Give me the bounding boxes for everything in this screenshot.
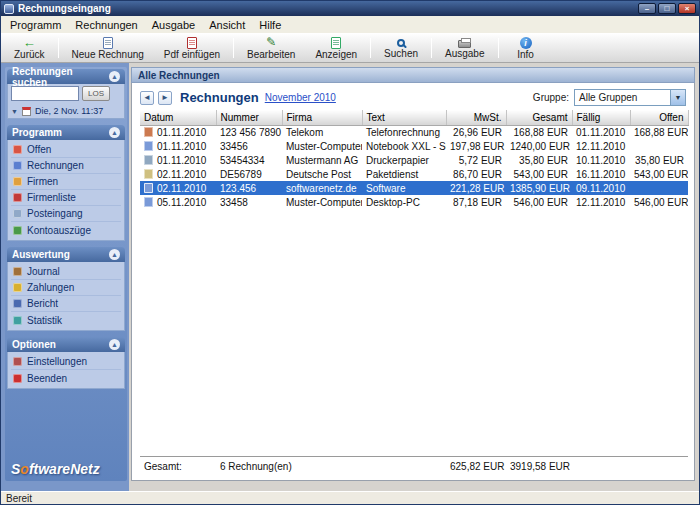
cell-faellig: 09.11.2010 <box>572 181 630 195</box>
date-picker[interactable]: ▼ Die, 2 Nov. 11:37 <box>11 106 121 116</box>
table-row[interactable]: 05.11.2010 33458 Muster-Computer Desktop… <box>140 195 688 209</box>
sidebar-item-rechnungen[interactable]: Rechnungen <box>11 158 121 174</box>
pencil-icon: ✎ <box>266 36 276 49</box>
status-bar: Bereit <box>1 491 699 504</box>
collapse-icon[interactable]: ▲ <box>109 249 120 260</box>
info-button[interactable]: i Info <box>502 35 550 61</box>
view-button[interactable]: Anzeigen <box>305 35 367 61</box>
collapse-icon[interactable]: ▲ <box>109 339 120 350</box>
menu-programm[interactable]: Programm <box>3 18 68 32</box>
table-row[interactable]: 01.11.2010 123 456 7890 Telekom Telefonr… <box>140 125 688 139</box>
invoice-icon <box>13 161 22 170</box>
menu-rechnungen[interactable]: Rechnungen <box>68 18 144 32</box>
payments-icon <box>13 283 22 292</box>
column-header-faellig[interactable]: Fällig <box>572 110 630 125</box>
main-header-title: Alle Rechnungen <box>138 70 220 81</box>
cell-firma: Deutsche Post <box>282 167 362 181</box>
title-bar[interactable]: Rechnungseingang – □ × <box>1 1 699 16</box>
sidebar-item-journal[interactable]: Journal <box>11 264 121 280</box>
window-title: Rechnungseingang <box>18 3 111 14</box>
sidebar-item-firmenliste[interactable]: Firmenliste <box>11 190 121 206</box>
auswertung-section-header[interactable]: Auswertung ▲ <box>7 247 125 262</box>
search-input[interactable] <box>11 86 79 101</box>
table-row[interactable]: 01.11.2010 53454334 Mustermann AG Drucke… <box>140 153 688 167</box>
cell-gesamt: 1240,00 EUR <box>506 139 572 153</box>
close-button[interactable]: × <box>678 3 696 14</box>
search-button[interactable]: Suchen <box>374 35 428 61</box>
toolbar-separator <box>431 38 432 58</box>
pdf-insert-button-label: Pdf einfügen <box>164 49 220 60</box>
group-select-value: Alle Gruppen <box>575 92 670 103</box>
pdf-insert-button[interactable]: Pdf einfügen <box>154 35 230 61</box>
exit-icon <box>13 374 22 383</box>
collapse-icon[interactable]: ▲ <box>109 127 120 138</box>
optionen-section-header[interactable]: Optionen ▲ <box>7 337 125 352</box>
new-invoice-icon <box>103 37 113 49</box>
output-button[interactable]: Ausgabe <box>435 35 494 61</box>
column-header-nummer[interactable]: Nummer <box>216 110 282 125</box>
programm-section-header[interactable]: Programm ▲ <box>7 125 125 140</box>
settings-icon <box>13 357 22 366</box>
pdf-icon <box>187 37 197 49</box>
group-select[interactable]: Alle Gruppen ▼ <box>574 89 686 106</box>
column-header-text[interactable]: Text <box>362 110 446 125</box>
search-section-header[interactable]: Rechnungen suchen ▲ <box>7 69 125 84</box>
table-row[interactable]: 02.11.2010 DE56789 Deutsche Post Paketdi… <box>140 167 688 181</box>
group-filter: Gruppe: Alle Gruppen ▼ <box>533 89 686 106</box>
sidebar-item-offen[interactable]: Offen <box>11 142 121 158</box>
cell-nummer: 123 456 7890 <box>216 125 282 139</box>
column-header-mwst[interactable]: MwSt. <box>446 110 506 125</box>
group-label: Gruppe: <box>533 92 569 103</box>
back-button[interactable]: ← Zurück <box>4 35 55 61</box>
open-invoice-icon <box>13 145 22 154</box>
programm-section-title: Programm <box>12 127 62 138</box>
sidebar-item-label: Einstellungen <box>27 356 87 367</box>
column-header-datum[interactable]: Datum <box>140 110 216 125</box>
sidebar-item-label: Kontoauszüge <box>27 225 91 236</box>
sidebar-item-zahlungen[interactable]: Zahlungen <box>11 280 121 296</box>
sidebar-item-firmen[interactable]: Firmen <box>11 174 121 190</box>
statistics-icon <box>13 316 22 325</box>
sidebar-item-bericht[interactable]: Bericht <box>11 296 121 312</box>
month-link[interactable]: November 2010 <box>265 92 336 103</box>
softwarenetz-logo: SoftwareNetz <box>7 457 125 479</box>
sidebar-item-kontoauszuege[interactable]: Kontoauszüge <box>11 222 121 238</box>
column-header-offen[interactable]: Offen <box>630 110 688 125</box>
sidebar-item-posteingang[interactable]: Posteingang <box>11 206 121 222</box>
sidebar-item-statistik[interactable]: Statistik <box>11 312 121 328</box>
menu-ansicht[interactable]: Ansicht <box>202 18 252 32</box>
printer-icon <box>458 40 471 48</box>
next-month-button[interactable]: ► <box>158 91 172 105</box>
totals-row: Gesamt: 6 Rechnung(en) 625,82 EUR 3919,5… <box>140 456 688 476</box>
app-window: Rechnungseingang – □ × Programm Rechnung… <box>0 0 700 505</box>
cell-nummer: 53454334 <box>216 153 282 167</box>
menu-ausgabe[interactable]: Ausgabe <box>145 18 202 32</box>
search-section-body: LOS ▼ Die, 2 Nov. 11:37 <box>7 84 125 119</box>
view-document-icon <box>331 37 341 49</box>
prev-month-button[interactable]: ◄ <box>140 91 154 105</box>
cell-firma: softwarenetz.de <box>282 181 362 195</box>
collapse-icon[interactable]: ▲ <box>109 71 120 82</box>
table-row[interactable]: 01.11.2010 33456 Muster-Computer Noteboo… <box>140 139 688 153</box>
menu-hilfe[interactable]: Hilfe <box>252 18 288 32</box>
toolbar-separator <box>58 38 59 58</box>
maximize-button[interactable]: □ <box>658 3 676 14</box>
minimize-button[interactable]: – <box>638 3 656 14</box>
cell-faellig: 16.11.2010 <box>572 167 630 181</box>
column-header-firma[interactable]: Firma <box>282 110 362 125</box>
table-row-selected[interactable]: 02.11.2010 123.456 softwarenetz.de Softw… <box>140 181 688 195</box>
column-header-gesamt[interactable]: Gesamt <box>506 110 572 125</box>
sidebar-item-einstellungen[interactable]: Einstellungen <box>11 354 121 370</box>
los-button[interactable]: LOS <box>82 86 110 101</box>
cell-offen: 168,88 EUR <box>630 125 688 139</box>
cell-gesamt: 546,00 EUR <box>506 195 572 209</box>
new-invoice-button[interactable]: Neue Rechnung <box>62 35 154 61</box>
navigation-row: ◄ ► Rechnungen November 2010 Gruppe: All… <box>132 83 694 110</box>
totals-footer: Gesamt: 6 Rechnung(en) 625,82 EUR 3919,5… <box>132 456 694 481</box>
info-button-label: Info <box>517 49 534 60</box>
sidebar-item-beenden[interactable]: Beenden <box>11 370 121 386</box>
view-button-label: Anzeigen <box>315 49 357 60</box>
window-controls: – □ × <box>638 3 696 14</box>
edit-button[interactable]: ✎ Bearbeiten <box>237 35 305 61</box>
search-section: Rechnungen suchen ▲ LOS ▼ Die, 2 Nov. 11… <box>7 69 125 119</box>
